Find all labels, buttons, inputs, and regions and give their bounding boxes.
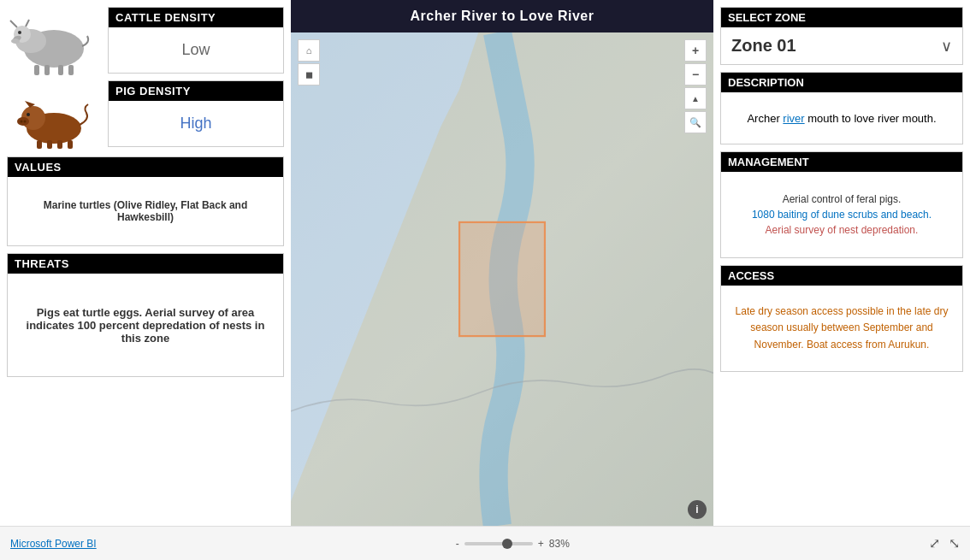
svg-point-15 [21, 121, 23, 123]
access-text: Late dry season access possible in the l… [731, 304, 952, 353]
access-section: ACCESS Late dry season access possible i… [720, 265, 963, 372]
threats-header: THREATS [8, 254, 283, 274]
zoom-slider-track[interactable] [464, 542, 533, 545]
zone-dropdown[interactable]: Zone 01 ∨ [721, 27, 962, 64]
description-body: Archer river mouth to love river mouth. [721, 92, 962, 144]
map-title: Archer River to Love River [291, 0, 713, 32]
access-header: ACCESS [721, 266, 962, 286]
left-panel: CATTLE DENSITY Low PIG DENSITY High VALU… [0, 0, 291, 526]
map-area: ⌂ ◼ + − ▲ 🔍 i [291, 32, 713, 526]
zoom-in-button[interactable]: + [684, 39, 707, 62]
zoom-plus-button[interactable]: + [538, 538, 544, 550]
pig-density-header: PIG DENSITY [109, 81, 283, 101]
desc-text-after: mouth to love river mouth. [805, 112, 937, 125]
main-container: CATTLE DENSITY Low PIG DENSITY High VALU… [0, 0, 970, 526]
map-placeholder: ⌂ ◼ + − ▲ 🔍 i [291, 32, 713, 526]
svg-point-10 [18, 31, 21, 34]
management-header: MANAGEMENT [721, 152, 962, 172]
description-text: Archer river mouth to love river mouth. [747, 112, 936, 125]
management-section: MANAGEMENT Aerial control of feral pigs.… [720, 151, 963, 258]
svg-point-14 [17, 117, 29, 126]
pig-density-value: High [109, 101, 283, 146]
svg-rect-21 [57, 140, 62, 149]
svg-line-4 [26, 20, 29, 27]
pig-density-card: PIG DENSITY High [108, 80, 284, 147]
threats-text: Pigs eat turtle eggs. Aerial survey of a… [18, 306, 273, 345]
threats-section: THREATS Pigs eat turtle eggs. Aerial sur… [7, 253, 284, 377]
footer-zoom-controls: - + 83% [456, 538, 570, 550]
mgmt-line1: Aerial control of feral pigs. [752, 192, 932, 207]
svg-point-17 [27, 113, 30, 116]
powerbi-link[interactable]: Microsoft Power BI [10, 538, 97, 550]
zoom-controls: + − ▲ 🔍 [684, 39, 707, 133]
zone-dropdown-value: Zone 01 [731, 36, 796, 56]
description-section: DESCRIPTION Archer river mouth to love r… [720, 72, 963, 144]
svg-rect-6 [44, 65, 50, 75]
values-section: VALUES Marine turtles (Olive Ridley, Fla… [7, 156, 284, 246]
zoom-minus-button[interactable]: - [456, 538, 459, 550]
north-arrow-button[interactable]: ▲ [684, 87, 707, 109]
access-body: Late dry season access possible in the l… [721, 286, 962, 371]
zoom-out-button[interactable]: − [684, 63, 707, 85]
svg-point-11 [11, 38, 20, 44]
footer: Microsoft Power BI - + 83% ⤢ ⤡ [0, 526, 970, 560]
home-button[interactable]: ⌂ [298, 39, 320, 62]
select-zone-header: SELECT ZONE [721, 8, 962, 27]
chevron-down-icon: ∨ [941, 37, 952, 56]
density-cards: CATTLE DENSITY Low PIG DENSITY High [108, 7, 284, 147]
info-button[interactable]: i [688, 500, 707, 519]
svg-rect-25 [459, 222, 545, 336]
desc-text-before: Archer [747, 112, 783, 125]
svg-line-3 [10, 21, 17, 27]
description-header: DESCRIPTION [721, 73, 962, 92]
zoom-level-display: 83% [549, 538, 570, 550]
info-icon: i [695, 504, 698, 516]
values-body: Marine turtles (Olive Ridley, Flat Back … [8, 177, 283, 245]
footer-icons: ⤢ ⤡ [929, 535, 960, 551]
map-controls: ⌂ ◼ [298, 39, 320, 85]
fullscreen-icon[interactable]: ⤡ [949, 535, 960, 551]
map-svg [291, 32, 713, 526]
zoom-slider-thumb [502, 539, 512, 549]
right-panel: SELECT ZONE Zone 01 ∨ DESCRIPTION Archer… [713, 0, 970, 526]
share-icon[interactable]: ⤢ [929, 535, 940, 551]
svg-rect-7 [58, 65, 63, 75]
mgmt-line2: 1080 baiting of dune scrubs and beach. [752, 207, 932, 222]
cattle-density-header: CATTLE DENSITY [109, 8, 283, 27]
cattle-density-value: Low [109, 27, 283, 73]
svg-rect-19 [37, 140, 42, 149]
threats-body: Pigs eat turtle eggs. Aerial survey of a… [8, 274, 283, 376]
svg-point-16 [24, 121, 27, 123]
management-body: Aerial control of feral pigs. 1080 baiti… [721, 172, 962, 257]
cattle-density-card: CATTLE DENSITY Low [108, 7, 284, 74]
values-header: VALUES [8, 157, 283, 177]
svg-rect-20 [47, 140, 52, 149]
bookmark-button[interactable]: ◼ [298, 63, 320, 85]
center-panel: Archer River to Love River [291, 0, 713, 526]
select-zone-section: SELECT ZONE Zone 01 ∨ [720, 7, 963, 65]
desc-river-link[interactable]: river [783, 112, 804, 125]
animal-density-row: CATTLE DENSITY Low PIG DENSITY High [7, 7, 284, 150]
animal-images [7, 7, 101, 150]
values-text: Marine turtles (Olive Ridley, Flat Back … [18, 199, 273, 223]
svg-rect-8 [68, 65, 74, 75]
cattle-image [7, 10, 101, 77]
search-zoom-button[interactable]: 🔍 [684, 111, 707, 133]
pig-image [11, 85, 97, 150]
mgmt-line3: Aerial survey of nest depredation. [752, 222, 932, 238]
svg-rect-5 [34, 65, 39, 75]
svg-rect-22 [68, 140, 73, 149]
